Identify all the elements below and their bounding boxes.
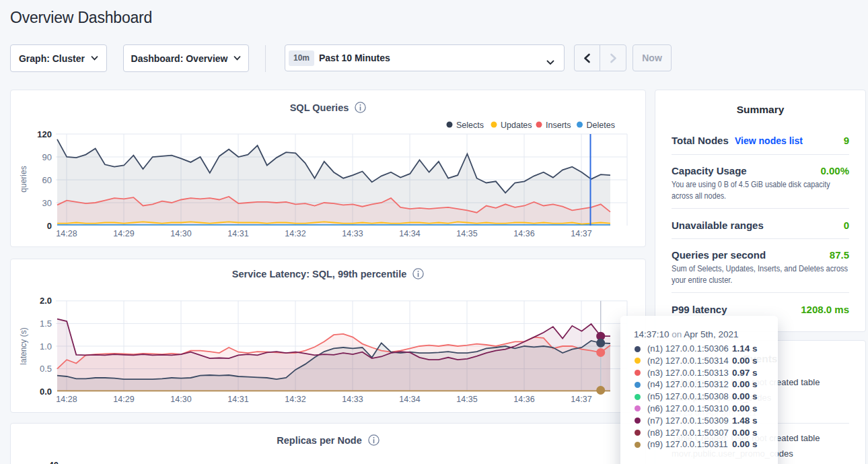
svg-text:0: 0 <box>47 221 52 231</box>
svg-text:1.0: 1.0 <box>40 341 52 352</box>
svg-text:0.0: 0.0 <box>40 387 52 397</box>
svg-text:14:34: 14:34 <box>399 395 420 404</box>
svg-text:40: 40 <box>49 460 59 464</box>
svg-text:14:37: 14:37 <box>571 395 591 404</box>
svg-text:30: 30 <box>42 198 52 208</box>
svg-text:14:33: 14:33 <box>342 395 363 404</box>
svg-text:14:30: 14:30 <box>170 395 191 404</box>
svg-text:latency (s): latency (s) <box>19 327 28 364</box>
svg-text:14:35: 14:35 <box>456 395 477 404</box>
svg-text:14:37: 14:37 <box>571 229 591 238</box>
svg-text:14:35: 14:35 <box>456 229 477 238</box>
svg-text:Deletes: Deletes <box>587 121 615 130</box>
svg-text:14:29: 14:29 <box>113 229 134 238</box>
svg-text:14:34: 14:34 <box>399 229 420 238</box>
svg-text:14:30: 14:30 <box>170 229 191 238</box>
svg-text:14:28: 14:28 <box>56 229 77 238</box>
svg-text:14:36: 14:36 <box>513 395 534 404</box>
svg-text:14:28: 14:28 <box>56 395 77 404</box>
svg-text:14:36: 14:36 <box>513 229 534 238</box>
svg-text:2.0: 2.0 <box>40 296 52 306</box>
svg-text:queries: queries <box>19 166 28 192</box>
svg-text:Inserts: Inserts <box>546 121 571 130</box>
svg-text:1.5: 1.5 <box>40 319 52 329</box>
svg-text:Selects: Selects <box>456 121 484 130</box>
svg-text:14:31: 14:31 <box>227 229 248 238</box>
svg-text:14:33: 14:33 <box>342 229 363 238</box>
svg-text:90: 90 <box>42 152 52 162</box>
svg-text:Updates: Updates <box>501 121 532 130</box>
svg-text:60: 60 <box>42 175 52 185</box>
svg-text:14:32: 14:32 <box>285 395 305 404</box>
svg-text:14:29: 14:29 <box>113 395 134 404</box>
svg-text:0.5: 0.5 <box>40 364 52 374</box>
svg-text:14:32: 14:32 <box>285 229 305 238</box>
svg-text:120: 120 <box>37 129 52 139</box>
svg-text:14:31: 14:31 <box>227 395 248 404</box>
